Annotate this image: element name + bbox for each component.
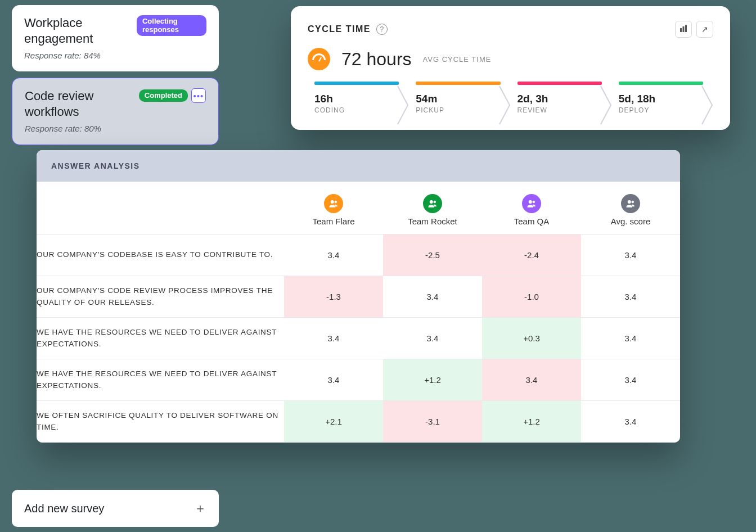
survey-card-code-review-workflows[interactable]: Code review workflows Completed ••• Resp… <box>12 78 219 145</box>
value-cell: 3.4 <box>482 359 581 401</box>
question-cell: WE HAVE THE RESOURCES WE NEED TO DELIVER… <box>37 318 284 359</box>
value-cell: 3.4 <box>284 359 383 401</box>
svg-point-8 <box>533 201 536 204</box>
response-rate-label: Response rate: 84% <box>24 51 206 60</box>
more-options-button[interactable]: ••• <box>191 88 206 103</box>
value-cell: -1.0 <box>482 276 581 318</box>
stage-label: DEPLOY <box>619 106 713 114</box>
chevron-right-icon <box>498 85 512 125</box>
svg-point-6 <box>434 201 436 204</box>
ellipsis-icon: ••• <box>194 92 204 100</box>
svg-point-5 <box>430 200 433 204</box>
value-cell: -2.4 <box>482 235 581 276</box>
table-row: WE HAVE THE RESOURCES WE NEED TO DELIVER… <box>37 359 680 401</box>
column-header: Team Rocket <box>383 182 482 235</box>
svg-rect-2 <box>685 25 687 32</box>
team-icon <box>522 194 541 213</box>
value-cell: 3.4 <box>284 235 383 276</box>
team-icon <box>324 194 343 213</box>
value-cell: 3.4 <box>383 318 482 359</box>
bar-chart-button[interactable] <box>675 21 692 38</box>
column-header: Team QA <box>482 182 581 235</box>
cycle-time-value: 72 hours <box>341 49 412 70</box>
team-name: Team QA <box>488 217 575 226</box>
value-cell: 3.4 <box>284 318 383 359</box>
value-cell: +2.1 <box>284 401 383 443</box>
status-badge: Collecting responses <box>137 15 206 36</box>
value-cell: -2.5 <box>383 235 482 276</box>
team-name: Team Rocket <box>389 217 476 226</box>
stage-review: 2d, 3h REVIEW <box>511 82 612 127</box>
svg-point-9 <box>628 200 631 204</box>
answer-analysis-card: ANSWER ANALYSIS Team Flare Team Rocket <box>37 150 680 443</box>
plus-icon: ＋ <box>194 500 206 517</box>
cycle-time-sub: AVG CYCLE TIME <box>423 55 492 64</box>
cycle-time-title: CYCLE TIME <box>308 24 371 34</box>
stage-deploy: 5d, 18h DEPLOY <box>612 82 713 127</box>
stage-coding: 16h CODING <box>308 82 409 127</box>
status-badge: Completed <box>139 89 188 102</box>
table-row: WE OFTEN SACRIFICE QUALITY TO DELIVER SO… <box>37 401 680 443</box>
stage-bar <box>314 82 399 85</box>
value-cell: +0.3 <box>482 318 581 359</box>
stage-value: 54m <box>416 93 510 105</box>
svg-point-7 <box>529 200 532 204</box>
answer-analysis-title: ANSWER ANALYSIS <box>37 150 680 182</box>
stage-value: 2d, 3h <box>518 93 612 105</box>
team-icon <box>621 194 640 213</box>
survey-title: Workplace engagement <box>24 15 131 46</box>
add-new-survey-button[interactable]: Add new survey ＋ <box>12 490 219 527</box>
help-icon[interactable]: ? <box>376 24 388 35</box>
stage-label: REVIEW <box>518 106 612 114</box>
chevron-right-icon <box>397 85 410 125</box>
stage-pickup: 54m PICKUP <box>409 82 510 127</box>
value-cell: 3.4 <box>383 276 482 318</box>
stage-value: 16h <box>314 93 409 105</box>
gauge-icon <box>308 48 330 70</box>
chevron-right-icon <box>701 85 714 125</box>
question-cell: WE OFTEN SACRIFICE QUALITY TO DELIVER SO… <box>37 401 284 443</box>
table-row: WE HAVE THE RESOURCES WE NEED TO DELIVER… <box>37 318 680 359</box>
survey-title: Code review workflows <box>25 88 126 119</box>
stage-bar <box>416 82 500 85</box>
table-row: OUR COMPANY'S CODE REVIEW PROCESS IMPROV… <box>37 276 680 318</box>
stage-label: PICKUP <box>416 106 510 114</box>
value-cell: -1.3 <box>284 276 383 318</box>
svg-point-10 <box>632 201 634 204</box>
survey-card-workplace-engagement[interactable]: Workplace engagement Collecting response… <box>12 5 219 71</box>
cycle-stages: 16h CODING 54m PICKUP 2d, 3h REVIEW 5d, … <box>308 82 713 127</box>
question-cell: OUR COMPANY'S CODE REVIEW PROCESS IMPROV… <box>37 276 284 318</box>
svg-rect-0 <box>680 28 682 32</box>
value-cell: 3.4 <box>581 401 680 443</box>
expand-icon: ↗ <box>701 25 708 34</box>
table-row: OUR COMPANY'S CODEBASE IS EASY TO CONTRI… <box>37 235 680 276</box>
expand-button[interactable]: ↗ <box>696 21 713 38</box>
team-icon <box>423 194 442 213</box>
add-survey-label: Add new survey <box>24 502 104 515</box>
value-cell: 3.4 <box>581 235 680 276</box>
analysis-table: Team Flare Team Rocket Team QA <box>37 182 680 443</box>
value-cell: +1.2 <box>383 359 482 401</box>
question-cell: WE HAVE THE RESOURCES WE NEED TO DELIVER… <box>37 359 284 401</box>
value-cell: 3.4 <box>581 359 680 401</box>
value-cell: 3.4 <box>581 318 680 359</box>
column-header: Avg. score <box>581 182 680 235</box>
stage-bar <box>518 82 602 85</box>
bar-chart-icon <box>680 25 687 34</box>
column-header: Team Flare <box>284 182 383 235</box>
stage-value: 5d, 18h <box>619 93 713 105</box>
value-cell: -3.1 <box>383 401 482 443</box>
response-rate-label: Response rate: 80% <box>25 124 206 133</box>
svg-point-4 <box>335 201 338 204</box>
svg-rect-1 <box>683 26 685 32</box>
svg-point-3 <box>331 200 334 204</box>
stage-bar <box>619 82 703 85</box>
value-cell: 3.4 <box>581 276 680 318</box>
stage-label: CODING <box>314 106 409 114</box>
cycle-time-card: CYCLE TIME ? ↗ 72 hours AVG CYCLE TIME 1… <box>291 6 730 130</box>
chevron-right-icon <box>600 85 613 125</box>
question-cell: OUR COMPANY'S CODEBASE IS EASY TO CONTRI… <box>37 235 284 276</box>
team-name: Team Flare <box>290 217 377 226</box>
value-cell: +1.2 <box>482 401 581 443</box>
team-name: Avg. score <box>587 217 674 226</box>
